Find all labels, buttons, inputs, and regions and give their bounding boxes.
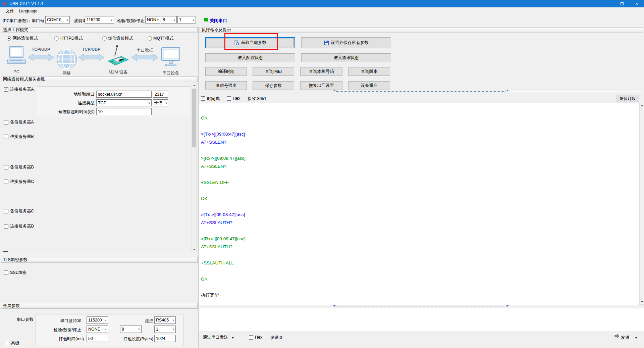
timestamp-checkbox[interactable] [201, 96, 205, 101]
radio-mqtt[interactable] [148, 36, 152, 41]
com-port-select[interactable]: COM10 [45, 16, 70, 23]
send-via-serial-button[interactable]: 通过串口发送 [203, 335, 228, 340]
params-scrollbar[interactable] [192, 83, 197, 252]
scroll-up-icon[interactable] [192, 83, 196, 88]
chevron-down-icon [137, 328, 140, 331]
conn-type-select[interactable]: TCP [96, 99, 152, 106]
scroll-down-icon[interactable] [640, 299, 644, 304]
serial-parity-label: 检验/数据/停止 [44, 327, 81, 333]
get-params-icon [234, 40, 239, 46]
radio-net-passthrough[interactable] [7, 36, 11, 41]
scroll-down-icon[interactable] [192, 247, 196, 252]
enter-config-button[interactable]: 进入配置状态 [205, 53, 295, 62]
menu-file[interactable]: 文件 [3, 7, 16, 15]
factory-reset-button[interactable]: 恢复出厂设置 [300, 81, 342, 90]
radio-httpd[interactable] [54, 36, 59, 41]
send-button[interactable]: 发送 [621, 335, 630, 341]
backup-server-b-checkbox[interactable] [4, 165, 8, 169]
chevron-down-icon[interactable] [635, 337, 638, 339]
pack-len-input[interactable]: 1024 [154, 335, 176, 342]
serial-baud-select[interactable]: 115200 [87, 316, 108, 324]
log-line: OK [201, 275, 635, 283]
left-splitter[interactable] [0, 254, 198, 255]
radio-sms-passthrough[interactable] [102, 36, 107, 41]
parity-select[interactable]: NONI [145, 16, 160, 23]
close-port-button[interactable]: 关闭串口 [210, 15, 227, 27]
clipped-element [3, 251, 8, 252]
query-phone-number-button[interactable]: 查询本机号码 [300, 67, 342, 76]
send-input-area[interactable] [199, 308, 644, 331]
maximize-button[interactable] [614, 0, 629, 7]
ssl-checkbox[interactable] [4, 270, 8, 275]
log-line: +SSLEN:OFF [201, 179, 635, 187]
timestamp-label: 时间戳 [207, 96, 220, 102]
splitter-arrow-icon[interactable] [506, 90, 509, 91]
server-a-address-input[interactable]: socket.usr.cn [96, 91, 152, 98]
compile-time-button[interactable]: 编译时间 [205, 67, 247, 76]
scroll-up-icon[interactable] [640, 103, 644, 108]
query-imei-button[interactable]: 查询IMEI [253, 67, 294, 76]
device-restart-button[interactable]: 设备重启 [348, 81, 390, 90]
log-hex-checkbox[interactable] [227, 96, 231, 101]
reset-count-button[interactable]: 复位计数 [616, 95, 639, 102]
log-line: AT+SSLEN? [201, 138, 635, 146]
server-d-checkbox[interactable] [4, 224, 8, 229]
log-line [201, 267, 635, 275]
databits-select[interactable]: 8 [161, 16, 177, 23]
backup-server-a-checkbox[interactable] [4, 120, 8, 125]
menu-language[interactable]: Language [16, 7, 40, 15]
advanced-checkbox[interactable] [5, 341, 9, 345]
baud-select[interactable]: 115200 [85, 16, 114, 23]
scrollbar-thumb[interactable] [192, 89, 196, 147]
pack-time-input[interactable]: 50 [87, 335, 108, 342]
log-scrollbar[interactable] [639, 103, 644, 305]
short-conn-timeout-input[interactable]: 10 [96, 108, 152, 115]
net-params-header: 网络透传模式相关参数 [1, 77, 198, 82]
chevron-down-icon [104, 318, 107, 322]
backup-server-c-checkbox[interactable] [4, 209, 8, 213]
chevron-down-icon[interactable] [231, 337, 234, 339]
minimize-button[interactable] [600, 0, 614, 7]
chevron-down-icon [164, 101, 167, 105]
network-label: 网络 [56, 70, 77, 76]
enter-comm-button[interactable]: 进入通讯状态 [301, 53, 391, 62]
flow-control-select[interactable]: RS485 [154, 316, 176, 324]
chevron-down-icon [110, 18, 113, 21]
get-params-button[interactable]: 获取当前参数 [205, 37, 295, 48]
splitter-arrow-icon[interactable] [333, 90, 336, 91]
log-top-splitter[interactable] [336, 91, 505, 92]
set-save-params-button[interactable]: 设置并保存所有参数 [301, 37, 391, 48]
sent-count: 发送:3 [270, 335, 282, 341]
send-hex-label: Hex [255, 335, 262, 340]
backup-server-a-label: 备份服务器A [10, 119, 34, 125]
server-b-checkbox[interactable] [4, 135, 8, 139]
send-hex-checkbox[interactable] [249, 335, 253, 340]
chevron-down-icon [171, 328, 174, 331]
pack-len-label: 打包长度(Bytes) [116, 336, 153, 342]
radio-net-passthrough-label: 网络透传模式 [13, 36, 38, 41]
stopbits-select[interactable]: 1 [177, 16, 196, 23]
log-line [201, 187, 635, 195]
serial-parity-select[interactable]: NONE [87, 326, 108, 333]
serial-databits-select[interactable]: 8 [120, 326, 142, 333]
close-button[interactable] [629, 0, 644, 7]
radio-mqtt-label: MQTT模式 [153, 36, 173, 41]
query-version-button[interactable]: 查询版本 [348, 67, 390, 76]
save-params-button[interactable]: 保存参数 [253, 81, 294, 90]
server-a-checkbox[interactable] [4, 87, 8, 92]
radio-httpd-label: HTTPD模式 [60, 36, 83, 41]
ssl-label: SSL加密 [10, 270, 26, 276]
set-save-params-label: 设置并保存所有参数 [331, 40, 369, 46]
query-signal-button[interactable]: 查信号强度 [205, 81, 247, 90]
server-c-checkbox[interactable] [4, 180, 8, 184]
splitter-arrow-icon[interactable] [333, 305, 336, 307]
parity-label: 检验/数据/停止 [117, 15, 145, 27]
conn-mode-select[interactable]: 长连 [153, 99, 168, 106]
conn-type-label: 连接类型 [50, 100, 95, 106]
server-a-port-input[interactable]: 2317 [153, 91, 168, 98]
splitter-arrow-icon[interactable] [506, 305, 509, 307]
serial-baud-label: 串口波特率 [44, 318, 81, 324]
serial-stopbits-select[interactable]: 1 [154, 326, 176, 333]
log-line: 执行完毕 [201, 291, 635, 299]
log-bottom-splitter[interactable] [336, 306, 505, 306]
